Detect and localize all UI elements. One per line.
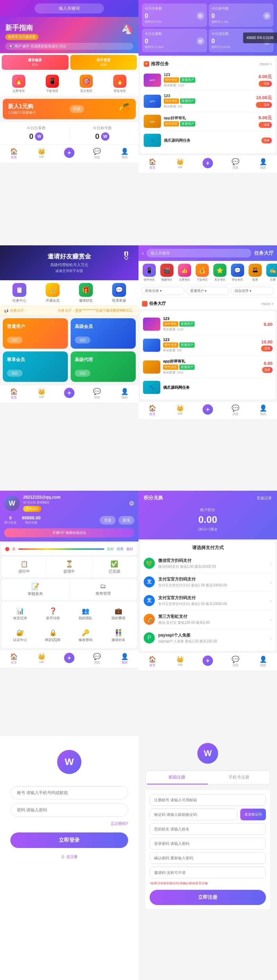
s3-nav-add[interactable]: +: [55, 388, 83, 400]
s3-nav-mine[interactable]: 👤我的: [111, 388, 139, 400]
mc1-btn[interactable]: GO: [7, 337, 22, 344]
hall-icon-comment[interactable]: 💬 评论专区: [230, 264, 245, 282]
task-icon-comment[interactable]: 🔥 评论专区: [113, 75, 126, 93]
mc4-btn[interactable]: GO: [75, 370, 90, 377]
rec-tasks-more[interactable]: more >: [260, 62, 272, 66]
hall-icon-follow[interactable]: ⭐ 关注专区: [212, 264, 227, 282]
vip-upgrade-banner[interactable]: 开通VIP 领劵给我优化: [4, 528, 134, 537]
account-input[interactable]: [10, 786, 128, 799]
member-card-normal[interactable]: 普通用户 GO: [3, 318, 68, 348]
member-card-elite[interactable]: 尊享会员 GO: [3, 352, 68, 382]
publish-manage[interactable]: 🗂 发布管理: [70, 579, 137, 600]
s6-nav-add[interactable]: +: [194, 655, 222, 668]
order-tab-progress[interactable]: 📋 进行中: [2, 557, 47, 578]
password-input[interactable]: [10, 803, 128, 816]
menu-faq[interactable]: ❓ 新手问答: [37, 605, 69, 624]
withdraw-btn[interactable]: 提现: [118, 516, 134, 525]
hall-icon-dl[interactable]: 💰 下款专区: [194, 264, 210, 282]
s2-nav-add[interactable]: +: [194, 158, 222, 170]
nav-mine[interactable]: 👤 我的: [111, 148, 139, 160]
reg-name-input[interactable]: [150, 823, 266, 835]
task-icon-download[interactable]: 📱 下款专区: [46, 75, 59, 93]
search-bar[interactable]: 输入关键词: [35, 3, 104, 13]
hall-search[interactable]: 输入关键词: [146, 249, 251, 258]
payment-wechat[interactable]: 💚 微信官方扫码支付 微信扫码支付 最低1.00 最高10000.00 ›: [144, 554, 272, 573]
nav-add[interactable]: +: [55, 148, 83, 160]
reg-email-input[interactable]: [150, 794, 266, 806]
task3-badge[interactable]: 顶置: [259, 122, 272, 128]
s6-nav-mine[interactable]: 👤我的: [249, 655, 277, 668]
filter-user-type[interactable]: 普通用户 ▾: [186, 287, 230, 295]
hall-icon-like[interactable]: 👍 点赞专区: [176, 264, 192, 282]
s4-nav-mine[interactable]: 👤我的: [249, 404, 277, 417]
menu-qq[interactable]: 🔒 绑定QQ群: [37, 626, 69, 645]
reg-tab-phone[interactable]: 手机号注册: [208, 771, 270, 784]
nav-home[interactable]: 🏠 首页: [0, 148, 28, 160]
s5-nav-home[interactable]: 🏠首页: [0, 653, 28, 665]
reg-tab-email[interactable]: 邮箱注册: [146, 771, 208, 784]
s5-nav-mine[interactable]: 👤我的: [111, 653, 139, 665]
payment-alipay2[interactable]: 支 支付宝官方扫码支付 支付宝交替支付(1分) 最低1.00 最高10000.0…: [144, 592, 272, 610]
s2-nav-home[interactable]: 🏠 首页: [139, 158, 166, 170]
s6-nav-msg[interactable]: 💬消息: [222, 655, 249, 668]
s2-nav-mine[interactable]: 👤 我的: [249, 158, 277, 170]
hall-icon-register[interactable]: ✍ 注册: [265, 264, 277, 282]
reg-password-input[interactable]: [150, 838, 266, 850]
reg-code-input[interactable]: [150, 808, 237, 820]
filter-category[interactable]: 所有分类 ▾: [141, 287, 184, 295]
task1-badge[interactable]: 顶置: [259, 81, 272, 87]
hall-icon-vote[interactable]: 🗳 投票: [247, 264, 263, 282]
s4-nav-vip[interactable]: 👑VIP: [166, 404, 194, 417]
menu-task-center[interactable]: 📋 任务中心: [13, 283, 26, 303]
send-code-button[interactable]: 发送验证码: [240, 808, 266, 820]
hall-icon-video[interactable]: 🎬 视频专区: [159, 264, 175, 282]
nav-vip[interactable]: 👑 VIP: [28, 148, 55, 160]
member-card-premium[interactable]: 高级会员 GO: [70, 318, 136, 348]
menu-open-vip[interactable]: 👑 开通会员: [46, 283, 59, 303]
s4-nav-home[interactable]: 🏠首页: [139, 404, 166, 417]
task2-badge[interactable]: 顶置: [256, 102, 272, 108]
hall-more[interactable]: more >: [261, 302, 274, 306]
member-card-agent[interactable]: 高级代理 GO: [70, 352, 136, 382]
promo-badge[interactable]: 特惠: [70, 105, 84, 113]
s5-nav-add[interactable]: +: [55, 653, 83, 665]
menu-income[interactable]: 📊 收支记录: [5, 605, 36, 624]
task-icon-follow[interactable]: 🎯 关注专区: [80, 75, 93, 93]
menu-pwd[interactable]: 🔑 修改密码: [70, 626, 101, 645]
menu-auth[interactable]: 🔐 认证中心: [5, 626, 36, 645]
reg-confirm-input[interactable]: [150, 852, 266, 864]
menu-service[interactable]: 💬 联系客服: [112, 283, 126, 303]
order-tab-withdrawing[interactable]: ⏳ 提现中: [47, 557, 92, 578]
s4-nav-msg[interactable]: 💬消息: [222, 404, 249, 417]
s2-nav-msg[interactable]: 💬 消息: [222, 158, 249, 170]
s3-nav-vip[interactable]: 👑VIP: [28, 388, 55, 400]
order-tab-completed[interactable]: ✅ 已完成: [92, 557, 137, 578]
settings-icon[interactable]: ⚙: [129, 500, 134, 507]
payment-paysapi[interactable]: P paysapi个人免签 paysapi个人免签 最低1.00 最高100.0…: [144, 629, 272, 647]
task4-badge[interactable]: 顶置: [261, 138, 272, 143]
forgot-password-link[interactable]: 忘记密码?: [111, 821, 128, 826]
menu-invite[interactable]: 🎁 邀请好友: [79, 283, 93, 303]
recharge-btn[interactable]: 充值: [100, 516, 116, 525]
s5-nav-msg[interactable]: 💬消息: [83, 653, 111, 665]
filter-sort[interactable]: 综合排序 ▾: [231, 287, 274, 295]
s6-nav-home[interactable]: 🏠首页: [139, 655, 166, 668]
reg-invite-input[interactable]: [150, 867, 266, 878]
s4-nav-add[interactable]: +: [194, 404, 222, 417]
recharge-history-link[interactable]: 充值记录: [256, 496, 272, 501]
s5-nav-vip[interactable]: 👑VIP: [28, 653, 55, 665]
register-link[interactable]: 去注册: [66, 854, 78, 859]
login-button[interactable]: 立即登录: [10, 832, 128, 848]
s3-nav-home[interactable]: 🏠首页: [0, 388, 28, 400]
audit-publish[interactable]: 📝 审核发布: [2, 579, 70, 600]
s2-nav-vip[interactable]: 👑 VIP: [166, 158, 194, 170]
s3-nav-msg[interactable]: 💬消息: [83, 388, 111, 400]
menu-invite-friend[interactable]: 👫 邀请好友: [103, 626, 134, 645]
back-btn[interactable]: ‹: [142, 250, 144, 256]
payment-alipay1[interactable]: 支 支付宝官方扫码支付 支付宝交替支付(1分) 最低1.00 最高10000.0…: [144, 573, 272, 592]
mc2-btn[interactable]: GO: [75, 337, 90, 344]
register-button[interactable]: 立即注册: [150, 890, 266, 905]
task-icon-like[interactable]: 🔥 点赞专区: [12, 75, 25, 93]
menu-team[interactable]: 👥 我的团队: [70, 605, 101, 624]
nav-msg[interactable]: 💬 消息: [83, 148, 111, 160]
